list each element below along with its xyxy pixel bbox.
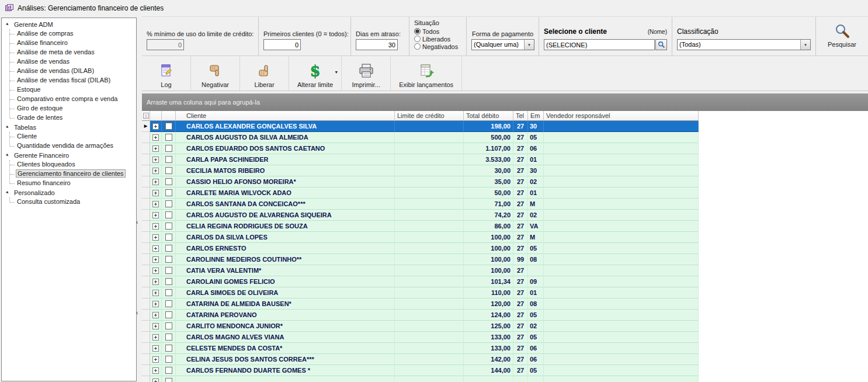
- row-checkbox-cell[interactable]: [162, 165, 176, 176]
- row-checkbox[interactable]: [165, 345, 172, 352]
- row-checkbox[interactable]: [165, 223, 172, 230]
- row-checkbox[interactable]: [165, 256, 172, 263]
- row-expand-cell[interactable]: [150, 265, 162, 276]
- row-checkbox-cell[interactable]: [162, 321, 176, 332]
- row-checkbox-cell[interactable]: [162, 298, 176, 310]
- row-expand-cell[interactable]: [150, 365, 162, 376]
- row-expand-cell[interactable]: [150, 376, 162, 382]
- expand-plus-icon[interactable]: [152, 145, 159, 152]
- row-checkbox-cell[interactable]: [162, 310, 176, 321]
- client-input[interactable]: [544, 39, 655, 50]
- tree-expanded-icon[interactable]: ▼: [3, 188, 12, 197]
- row-expand-cell[interactable]: [150, 121, 162, 132]
- tree-item[interactable]: Comparativo entre compra e venda: [2, 95, 136, 104]
- column-header-tel[interactable]: Tel: [513, 111, 528, 121]
- expand-plus-icon[interactable]: [152, 301, 159, 307]
- tree-group-node[interactable]: ▼Gerente Financeiro: [2, 151, 136, 160]
- row-expand-cell[interactable]: [150, 165, 162, 176]
- exibir-lancamentos-button[interactable]: Exibir lançamentos: [391, 56, 462, 91]
- expand-plus-icon[interactable]: [152, 356, 159, 363]
- column-header-limite-credito[interactable]: Limite de crédito: [395, 111, 464, 121]
- row-checkbox[interactable]: [165, 167, 172, 174]
- expand-plus-icon[interactable]: [152, 312, 159, 318]
- radio-negativados[interactable]: Negativados: [414, 43, 461, 50]
- radio-liberados[interactable]: Liberados: [414, 35, 461, 43]
- row-expand-cell[interactable]: [150, 210, 162, 221]
- expand-plus-icon[interactable]: [152, 212, 159, 218]
- search-button[interactable]: Pesquisar: [816, 17, 868, 55]
- row-checkbox[interactable]: [165, 356, 172, 363]
- row-checkbox-cell[interactable]: [162, 232, 176, 243]
- row-checkbox-cell[interactable]: [162, 121, 176, 132]
- liberar-button[interactable]: Liberar: [240, 56, 289, 91]
- table-row[interactable]: CARLITO MENDONCA JUNIOR*125,002702: [142, 321, 699, 332]
- expand-plus-icon[interactable]: [152, 367, 159, 374]
- row-expand-cell[interactable]: [150, 343, 162, 354]
- negativar-button[interactable]: Negativar: [191, 56, 240, 91]
- table-row[interactable]: CAROLINNE MEDEIROS COUTINHO**100,009908: [142, 254, 699, 265]
- classification-select[interactable]: (Todas) ▼: [677, 39, 811, 50]
- first-clients-input[interactable]: [263, 39, 301, 50]
- tree-item[interactable]: Clientes bloqueados: [2, 160, 136, 169]
- row-checkbox-cell[interactable]: [162, 276, 176, 287]
- row-checkbox-cell[interactable]: [162, 265, 176, 276]
- table-row[interactable]: CARLOS AUGUSTO DE ALVARENGA SIQUEIRA74,2…: [142, 210, 699, 221]
- row-checkbox[interactable]: [165, 267, 172, 274]
- radio-liberados-input[interactable]: [414, 36, 421, 42]
- chevron-down-icon[interactable]: ▼: [800, 40, 810, 50]
- tree-item[interactable]: Análise de meta de vendas: [2, 48, 136, 57]
- row-checkbox-cell[interactable]: [162, 365, 176, 376]
- row-checkbox[interactable]: [165, 123, 172, 130]
- expand-plus-icon[interactable]: [152, 201, 159, 207]
- table-row[interactable]: CARLOS EDUARDO DOS SANTOS CAETANO1.107,0…: [142, 143, 699, 154]
- dropdown-arrow-icon[interactable]: ▼: [334, 70, 338, 74]
- row-checkbox-cell[interactable]: [162, 354, 176, 365]
- tree-item[interactable]: Resumo financeiro: [2, 179, 136, 188]
- tree-item[interactable]: Cliente: [2, 132, 136, 141]
- row-expand-cell[interactable]: [150, 154, 162, 165]
- row-expand-cell[interactable]: [150, 176, 162, 187]
- row-expand-cell[interactable]: [150, 276, 162, 287]
- table-row[interactable]: CELESTE MENDES DA COSTA*133,002706: [142, 343, 699, 354]
- expand-plus-icon[interactable]: [152, 268, 159, 274]
- row-checkbox-cell[interactable]: [162, 132, 176, 143]
- table-row[interactable]: ▶CARLOS ALEXANDRE GONÇALVES SILVA198,002…: [142, 121, 699, 132]
- table-row[interactable]: CARLA SIMOES DE OLIVEIRA110,002701: [142, 287, 699, 298]
- row-expand-cell[interactable]: [150, 287, 162, 298]
- days-late-input[interactable]: [356, 39, 398, 50]
- table-row[interactable]: [142, 376, 699, 382]
- expand-plus-icon[interactable]: [152, 134, 159, 141]
- group-by-box[interactable]: Arraste uma coluna aqui para agrupá-la: [142, 93, 868, 111]
- client-lookup-button[interactable]: [655, 39, 667, 50]
- row-checkbox[interactable]: [165, 134, 172, 141]
- tree-item[interactable]: Quantidade vendida de armações: [2, 141, 136, 151]
- row-checkbox-cell[interactable]: [162, 343, 176, 354]
- chevron-down-icon[interactable]: ▼: [524, 40, 534, 50]
- column-header-vendedor[interactable]: Vendedor responsável: [544, 111, 699, 121]
- row-checkbox-cell[interactable]: [162, 243, 176, 254]
- row-expand-cell[interactable]: [150, 354, 162, 365]
- column-header-cliente[interactable]: Cliente: [176, 111, 395, 121]
- row-checkbox[interactable]: [165, 189, 172, 196]
- radio-negativados-input[interactable]: [414, 43, 421, 50]
- expand-plus-icon[interactable]: [152, 179, 159, 185]
- log-button[interactable]: Log: [142, 56, 191, 91]
- row-checkbox[interactable]: [165, 145, 172, 152]
- expand-plus-icon[interactable]: [152, 334, 159, 341]
- row-checkbox-cell[interactable]: [162, 199, 176, 210]
- expand-plus-icon[interactable]: [152, 290, 159, 296]
- tree-item[interactable]: Gerenciamento financeiro de clientes: [2, 169, 136, 179]
- row-expand-cell[interactable]: [150, 199, 162, 210]
- row-checkbox-cell[interactable]: [162, 376, 176, 382]
- imprimir-button[interactable]: Imprimir...: [342, 56, 391, 91]
- table-row[interactable]: CARLOS FERNANDO DUARTE GOMES *144,002705: [142, 365, 699, 376]
- row-checkbox-cell[interactable]: [162, 143, 176, 154]
- tree-group-node[interactable]: ▼Gerente ADM: [2, 20, 136, 29]
- row-checkbox-cell[interactable]: [162, 176, 176, 187]
- table-row[interactable]: CARLETE MARIA WILVOCK ADAO50,002701: [142, 187, 699, 199]
- row-expand-cell[interactable]: [150, 321, 162, 332]
- table-row[interactable]: CATARINA DE ALMEIDA BAUSEN*120,002708: [142, 298, 699, 310]
- tree-item[interactable]: Análise de compras: [2, 29, 136, 39]
- row-checkbox[interactable]: [165, 178, 172, 185]
- row-checkbox-cell[interactable]: [162, 210, 176, 221]
